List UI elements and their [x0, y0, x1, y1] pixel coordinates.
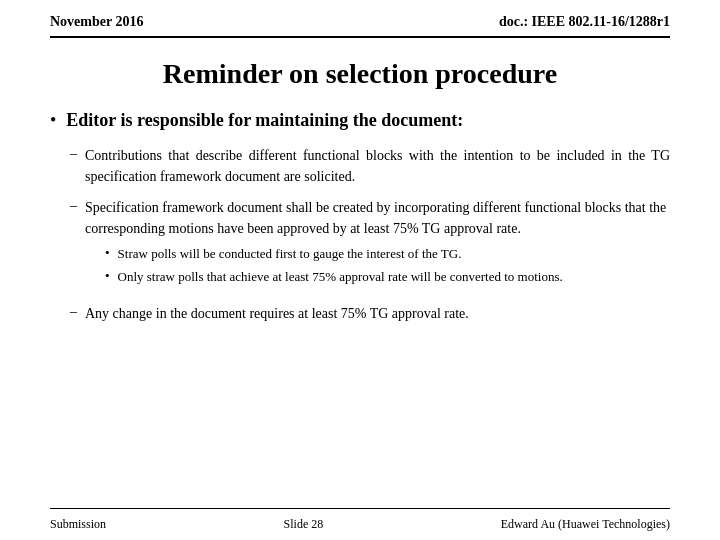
- nested-bullets: • Straw polls will be conducted first to…: [105, 245, 670, 287]
- nested-bullet-symbol-2: •: [105, 268, 110, 284]
- dash-text-1: Contributions that describe different fu…: [85, 145, 670, 187]
- page: November 2016 doc.: IEEE 802.11-16/1288r…: [0, 0, 720, 540]
- dash-item-1: – Contributions that describe different …: [70, 145, 670, 187]
- dash-item-3: – Any change in the document requires at…: [70, 303, 670, 324]
- nested-bullet-text-2: Only straw polls that achieve at least 7…: [118, 268, 563, 287]
- main-bullet-text: Editor is responsible for maintaining th…: [66, 108, 463, 133]
- dash-text-3: Any change in the document requires at l…: [85, 303, 469, 324]
- page-title: Reminder on selection procedure: [50, 58, 670, 90]
- header: November 2016 doc.: IEEE 802.11-16/1288r…: [50, 0, 670, 38]
- footer-submission: Submission: [50, 517, 106, 532]
- dash-item-2: – Specification framework document shall…: [70, 197, 670, 293]
- footer-author: Edward Au (Huawei Technologies): [501, 517, 670, 532]
- footer-slide: Slide 28: [284, 517, 324, 532]
- header-date: November 2016: [50, 14, 143, 30]
- nested-bullet-1: • Straw polls will be conducted first to…: [105, 245, 670, 264]
- main-bullet-item: • Editor is responsible for maintaining …: [50, 108, 670, 133]
- dash-symbol-1: –: [70, 146, 77, 162]
- dash-symbol-3: –: [70, 304, 77, 320]
- sub-items: – Contributions that describe different …: [70, 145, 670, 324]
- bullet-symbol: •: [50, 110, 56, 131]
- footer: Submission Slide 28 Edward Au (Huawei Te…: [50, 508, 670, 540]
- nested-bullet-2: • Only straw polls that achieve at least…: [105, 268, 670, 287]
- header-doc: doc.: IEEE 802.11-16/1288r1: [499, 14, 670, 30]
- main-content: • Editor is responsible for maintaining …: [50, 108, 670, 508]
- dash-symbol-2: –: [70, 198, 77, 214]
- dash-text-2: Specification framework document shall b…: [85, 200, 666, 236]
- nested-bullet-symbol-1: •: [105, 245, 110, 261]
- nested-bullet-text-1: Straw polls will be conducted first to g…: [118, 245, 462, 264]
- dash-item-2-content: Specification framework document shall b…: [85, 197, 670, 293]
